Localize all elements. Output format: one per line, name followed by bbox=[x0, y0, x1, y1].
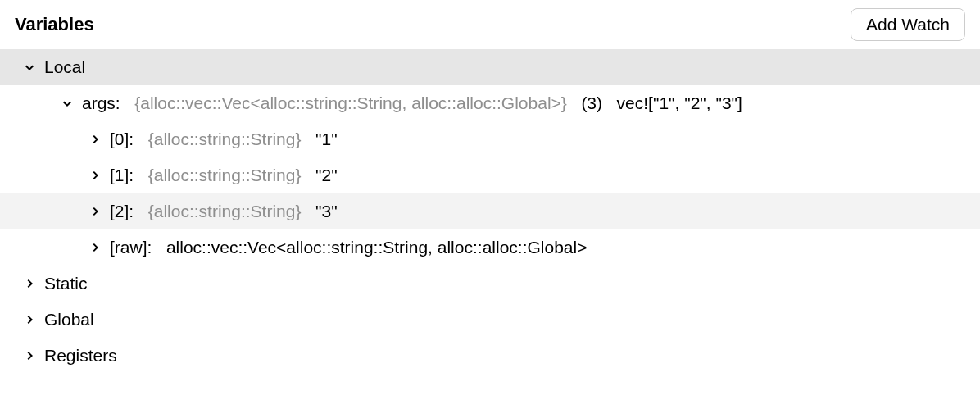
variable-type: {alloc::string::String} bbox=[148, 166, 302, 184]
variable-content: args: {alloc::vec::Vec<alloc::string::St… bbox=[82, 93, 742, 113]
variable-args-item-0[interactable]: [0]: {alloc::string::String} "1" bbox=[0, 121, 980, 157]
variable-args-raw[interactable]: [raw]: alloc::vec::Vec<alloc::string::St… bbox=[0, 229, 980, 266]
variable-type: {alloc::string::String} bbox=[148, 129, 302, 148]
variable-content: [0]: {alloc::string::String} "1" bbox=[110, 129, 338, 149]
scope-global[interactable]: Global bbox=[0, 302, 980, 338]
scope-static[interactable]: Static bbox=[0, 266, 980, 302]
scope-registers[interactable]: Registers bbox=[0, 338, 980, 374]
variable-args[interactable]: args: {alloc::vec::Vec<alloc::string::St… bbox=[0, 85, 980, 121]
variable-index: [2]: bbox=[110, 202, 134, 220]
variable-value: "1" bbox=[315, 129, 338, 148]
chevron-right-icon bbox=[85, 129, 105, 149]
scope-label: Static bbox=[44, 274, 88, 293]
chevron-right-icon bbox=[85, 166, 105, 185]
variable-count: (3) bbox=[581, 93, 602, 112]
variables-header: Variables Add Watch bbox=[0, 0, 980, 49]
variable-content: [1]: {alloc::string::String} "2" bbox=[110, 166, 338, 185]
variable-value: "2" bbox=[315, 166, 338, 184]
variable-content: [2]: {alloc::string::String} "3" bbox=[110, 202, 338, 221]
variable-name: args: bbox=[82, 93, 120, 112]
chevron-right-icon bbox=[20, 274, 39, 293]
scope-local[interactable]: Local bbox=[0, 49, 980, 85]
variables-tree: Local args: {alloc::vec::Vec<alloc::stri… bbox=[0, 49, 980, 374]
variable-index: [1]: bbox=[110, 166, 134, 184]
variable-type: {alloc::vec::Vec<alloc::string::String, … bbox=[134, 93, 567, 112]
chevron-right-icon bbox=[20, 310, 39, 329]
variable-args-item-2[interactable]: [2]: {alloc::string::String} "3" bbox=[0, 193, 980, 229]
panel-title: Variables bbox=[15, 14, 94, 35]
variable-index: [0]: bbox=[110, 129, 134, 148]
variable-value: "3" bbox=[315, 202, 338, 220]
add-watch-button[interactable]: Add Watch bbox=[851, 8, 965, 41]
chevron-right-icon bbox=[85, 238, 105, 257]
chevron-right-icon bbox=[20, 346, 39, 366]
scope-label: Global bbox=[44, 310, 94, 329]
variable-type: {alloc::string::String} bbox=[148, 202, 302, 220]
variable-value: alloc::vec::Vec<alloc::string::String, a… bbox=[166, 238, 588, 257]
variable-args-item-1[interactable]: [1]: {alloc::string::String} "2" bbox=[0, 157, 980, 193]
chevron-down-icon bbox=[20, 57, 39, 77]
chevron-right-icon bbox=[85, 202, 105, 221]
variable-value: vec!["1", "2", "3"] bbox=[617, 93, 742, 112]
scope-label: Registers bbox=[44, 346, 117, 366]
variable-content: [raw]: alloc::vec::Vec<alloc::string::St… bbox=[110, 238, 587, 257]
scope-label: Local bbox=[44, 57, 85, 77]
variable-index: [raw]: bbox=[110, 238, 152, 257]
chevron-down-icon bbox=[57, 93, 77, 113]
